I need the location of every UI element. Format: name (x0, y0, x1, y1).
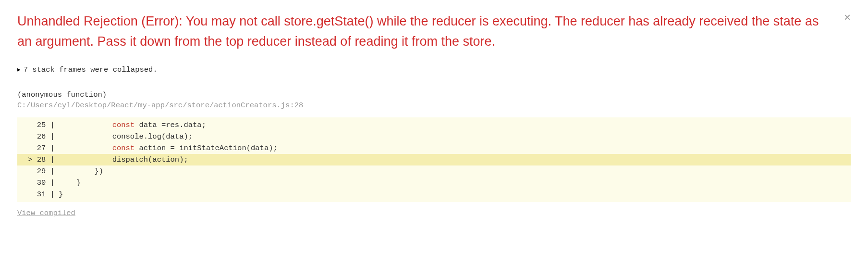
close-button[interactable]: × (844, 12, 851, 23)
code-line: > 28 | dispatch(action); (17, 154, 851, 165)
code-line: 29 | }) (17, 165, 851, 177)
line-number: > 28 | (17, 154, 59, 165)
error-title: Unhandled Rejection (Error): You may not… (17, 12, 851, 52)
line-number: 31 | (17, 189, 59, 200)
line-content: const action = initStateAction(data); (59, 142, 278, 154)
code-line: 26 | console.log(data); (17, 131, 851, 142)
line-content: }) (59, 165, 103, 177)
code-line: 30 | } (17, 177, 851, 189)
line-number: 29 | (17, 165, 59, 177)
line-number: 26 | (17, 131, 59, 142)
line-content: } (59, 189, 63, 200)
triangle-right-icon: ▶ (17, 66, 21, 73)
function-name: (anonymous function) (17, 90, 851, 99)
line-number: 27 | (17, 142, 59, 154)
code-line: 25 | const data =res.data; (17, 119, 851, 131)
line-content: } (59, 177, 81, 189)
code-line: 31 |} (17, 189, 851, 200)
collapsed-frames-toggle[interactable]: ▶ 7 stack frames were collapsed. (17, 65, 851, 74)
line-content: dispatch(action); (59, 154, 188, 165)
line-content: const data =res.data; (59, 119, 206, 131)
view-compiled-link[interactable]: View compiled (17, 209, 851, 217)
stack-frame-info: (anonymous function) C:/Users/cyl/Deskto… (17, 90, 851, 110)
line-content: console.log(data); (59, 131, 193, 142)
line-number: 30 | (17, 177, 59, 189)
file-path: C:/Users/cyl/Desktop/React/my-app/src/st… (17, 101, 851, 110)
collapsed-frames-text: 7 stack frames were collapsed. (24, 65, 158, 74)
code-line: 27 | const action = initStateAction(data… (17, 142, 851, 154)
code-snippet: 25 | const data =res.data; 26 | console.… (17, 117, 851, 202)
line-number: 25 | (17, 119, 59, 131)
